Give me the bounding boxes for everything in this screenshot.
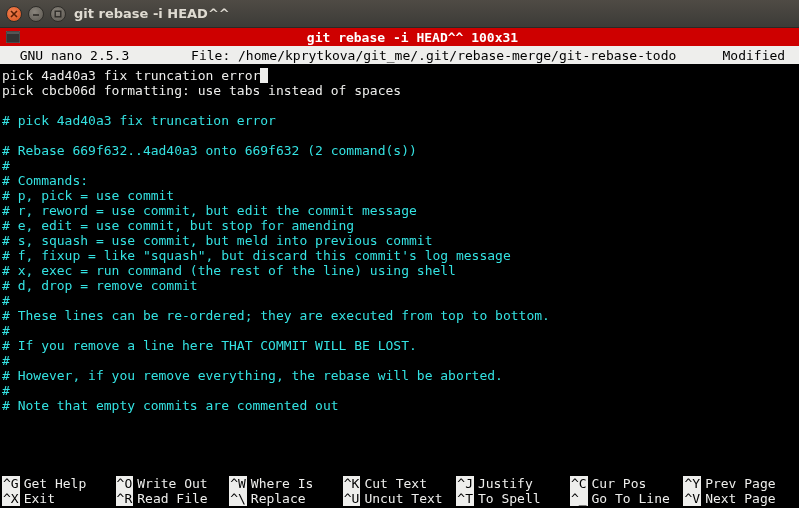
editor-line[interactable]: # x, exec = run command (the rest of the… [2,263,797,278]
close-button[interactable] [6,6,22,22]
shortcut-item: ^JJustify [456,476,570,491]
terminal-tab-label[interactable]: git rebase -i HEAD^^ 100x31 [26,30,799,45]
editor-line[interactable]: # [2,383,797,398]
shortcut-label: Next Page [705,491,775,506]
shortcut-label: Prev Page [705,476,775,491]
shortcut-item: ^GGet Help [2,476,116,491]
editor-line[interactable]: # pick 4ad40a3 fix truncation error [2,113,797,128]
editor-line[interactable]: # s, squash = use commit, but meld into … [2,233,797,248]
shortcut-key: ^\ [229,491,247,506]
shortcut-label: Write Out [137,476,207,491]
editor-area[interactable]: pick 4ad40a3 fix truncation errorpick cb… [0,64,799,476]
shortcut-label: Exit [24,491,55,506]
shortcut-key: ^U [343,491,361,506]
shortcut-row: ^XExit^RRead File^\Replace^UUncut Text^T… [2,491,797,506]
editor-line[interactable] [2,98,797,113]
minimize-button[interactable] [28,6,44,22]
shortcut-key: ^O [116,476,134,491]
nano-modified-indicator: Modified [723,48,795,63]
editor-line[interactable]: # d, drop = remove commit [2,278,797,293]
editor-line[interactable]: # e, edit = use commit, but stop for ame… [2,218,797,233]
shortcut-item: ^KCut Text [343,476,457,491]
editor-line[interactable]: # Commands: [2,173,797,188]
shortcut-item: ^UUncut Text [343,491,457,506]
editor-line[interactable]: # [2,323,797,338]
shortcut-label: Justify [478,476,533,491]
window-titlebar: git rebase -i HEAD^^ [0,0,799,28]
editor-line[interactable]: # f, fixup = like "squash", but discard … [2,248,797,263]
svg-rect-0 [55,11,61,17]
shortcut-item: ^XExit [2,491,116,506]
svg-rect-2 [7,32,19,34]
nano-file-path: File: /home/kprytkova/git_me/.git/rebase… [145,48,723,63]
close-icon [10,10,18,18]
shortcut-item: ^WWhere Is [229,476,343,491]
shortcut-item: ^YPrev Page [683,476,797,491]
editor-line[interactable]: # r, reword = use commit, but edit the c… [2,203,797,218]
shortcut-key: ^W [229,476,247,491]
editor-line[interactable]: pick cbcb06d formatting: use tabs instea… [2,83,797,98]
shortcut-label: Read File [137,491,207,506]
shortcut-label: Cut Text [364,476,427,491]
shortcut-item: ^TTo Spell [456,491,570,506]
shortcut-label: Go To Line [592,491,670,506]
editor-line[interactable]: # Note that empty commits are commented … [2,398,797,413]
shortcut-item: ^\Replace [229,491,343,506]
editor-line[interactable]: # p, pick = use commit [2,188,797,203]
maximize-button[interactable] [50,6,66,22]
editor-line[interactable]: # If you remove a line here THAT COMMIT … [2,338,797,353]
shortcut-key: ^J [456,476,474,491]
shortcut-key: ^R [116,491,134,506]
shortcut-label: Replace [251,491,306,506]
window-controls [6,6,66,22]
shortcut-item: ^VNext Page [683,491,797,506]
shortcut-key: ^G [2,476,20,491]
editor-line[interactable]: # [2,158,797,173]
shortcut-label: Where Is [251,476,314,491]
terminal-window: git rebase -i HEAD^^ git rebase -i HEAD^… [0,0,799,508]
text-cursor [260,68,268,83]
shortcut-label: Get Help [24,476,87,491]
editor-line[interactable]: # However, if you remove everything, the… [2,368,797,383]
editor-line[interactable]: # [2,353,797,368]
nano-shortcut-bar: ^GGet Help^OWrite Out^WWhere Is^KCut Tex… [0,476,799,508]
maximize-icon [54,10,62,18]
minimize-icon [32,10,40,18]
shortcut-key: ^K [343,476,361,491]
editor-line[interactable]: # These lines can be re-ordered; they ar… [2,308,797,323]
shortcut-key: ^V [683,491,701,506]
terminal-icon [4,30,22,44]
shortcut-item: ^RRead File [116,491,230,506]
editor-line[interactable]: # Rebase 669f632..4ad40a3 onto 669f632 (… [2,143,797,158]
terminal-tab-bar: git rebase -i HEAD^^ 100x31 [0,28,799,46]
shortcut-row: ^GGet Help^OWrite Out^WWhere Is^KCut Tex… [2,476,797,491]
shortcut-key: ^Y [683,476,701,491]
shortcut-key: ^_ [570,491,588,506]
shortcut-key: ^C [570,476,588,491]
shortcut-key: ^X [2,491,20,506]
editor-line[interactable]: pick 4ad40a3 fix truncation error [2,68,797,83]
nano-status-bar: GNU nano 2.5.3 File: /home/kprytkova/git… [0,46,799,64]
editor-line[interactable] [2,128,797,143]
nano-version: GNU nano 2.5.3 [4,48,145,63]
shortcut-item: ^OWrite Out [116,476,230,491]
shortcut-key: ^T [456,491,474,506]
shortcut-item: ^_Go To Line [570,491,684,506]
shortcut-label: Cur Pos [592,476,647,491]
shortcut-label: Uncut Text [364,491,442,506]
window-title: git rebase -i HEAD^^ [74,6,230,21]
shortcut-label: To Spell [478,491,541,506]
shortcut-item: ^CCur Pos [570,476,684,491]
editor-line[interactable]: # [2,293,797,308]
